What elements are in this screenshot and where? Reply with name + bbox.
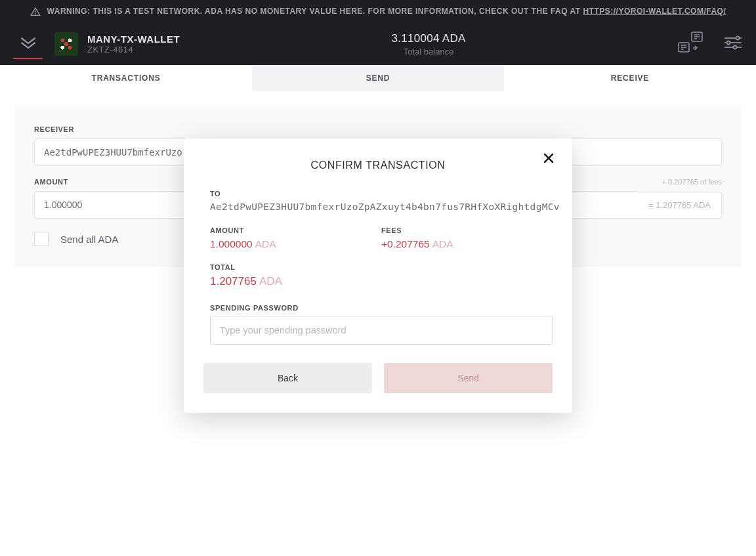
- modal-total-label: TOTAL: [210, 263, 553, 271]
- spending-password-input[interactable]: [210, 316, 553, 345]
- modal-fees-value: +0.207765: [381, 238, 430, 249]
- close-button[interactable]: [542, 152, 555, 167]
- modal-fees-label: FEES: [381, 226, 553, 234]
- modal-amount-value: 1.000000: [210, 238, 253, 249]
- modal-title: CONFIRM TRANSACTION: [203, 160, 553, 171]
- close-icon: [542, 152, 555, 165]
- to-address: Ae2tdPwUPEZ3HUU7bmfexrUzoZpAZxuyt4b4bn7f…: [210, 202, 553, 212]
- modal-amount-label: AMOUNT: [210, 226, 381, 234]
- back-button[interactable]: Back: [203, 363, 372, 393]
- spending-password-label: SPENDING PASSWORD: [210, 304, 553, 312]
- modal-total-value: 1.207765: [210, 275, 257, 288]
- modal-total-unit: ADA: [259, 275, 282, 288]
- to-label: TO: [210, 190, 553, 198]
- send-button[interactable]: Send: [384, 363, 553, 393]
- modal-amount-unit: ADA: [255, 238, 276, 249]
- modal-fees-unit: ADA: [432, 238, 453, 249]
- modal-overlay[interactable]: CONFIRM TRANSACTION TO Ae2tdPwUPEZ3HUU7b…: [0, 0, 756, 556]
- confirm-transaction-modal: CONFIRM TRANSACTION TO Ae2tdPwUPEZ3HUU7b…: [184, 139, 572, 413]
